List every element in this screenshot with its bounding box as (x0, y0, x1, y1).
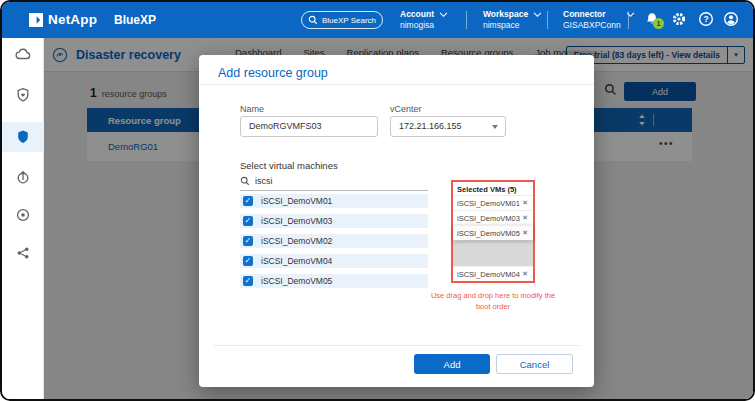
workspace-menu[interactable]: Workspacenimspace (483, 9, 542, 30)
topbar-divider (466, 11, 467, 29)
vm-option-row[interactable]: iSCSI_DemoVM03 (240, 214, 428, 228)
add-resource-group-dialog: Add resource group Name DemoRGVMFS03 vCe… (199, 55, 594, 387)
search-icon (240, 176, 250, 186)
remove-vm-icon[interactable] (522, 199, 528, 207)
notification-count-badge: 1 (653, 18, 664, 29)
selected-vm-name: iSCSI_DemoVM03 (457, 214, 520, 223)
selected-vm-row[interactable]: iSCSI_DemoVM04 (453, 266, 533, 281)
cloud-icon[interactable] (15, 47, 31, 63)
topbar-divider (628, 11, 629, 29)
help-icon[interactable]: ? (698, 11, 714, 27)
left-sidebar (2, 38, 44, 399)
topbar-divider (547, 11, 548, 29)
connector-menu[interactable]: ConnectorGISABXPConn (563, 9, 635, 30)
selected-vms-list: iSCSI_DemoVM01 iSCSI_DemoVM03 iSCSI_Demo… (453, 195, 533, 281)
checkbox-checked-icon[interactable] (243, 276, 253, 286)
vm-option-name: iSCSI_DemoVM03 (261, 216, 332, 226)
chevron-down-icon (439, 12, 448, 18)
vcenter-label: vCenter (390, 104, 422, 114)
vcenter-select[interactable]: 172.21.166.155 (390, 116, 506, 137)
vm-option-name: iSCSI_DemoVM02 (261, 236, 332, 246)
remove-vm-icon[interactable] (522, 229, 528, 237)
netapp-logo-icon (29, 13, 43, 27)
account-label: Account (400, 9, 434, 20)
protection-shield-icon[interactable] (15, 129, 31, 145)
account-menu[interactable]: Accountnimogisa (400, 9, 448, 30)
search-icon (308, 15, 318, 25)
vm-option-name: iSCSI_DemoVM05 (261, 276, 332, 286)
selected-vm-row[interactable]: iSCSI_DemoVM01 (453, 195, 533, 210)
boot-order-hint: Use drag and drop here to modify the boo… (429, 291, 557, 312)
dialog-add-button[interactable]: Add (414, 354, 490, 374)
vcenter-value: 172.21.166.155 (399, 121, 462, 131)
svg-text:?: ? (703, 14, 708, 24)
selected-vm-row[interactable]: iSCSI_DemoVM03 (453, 210, 533, 225)
share-network-icon[interactable] (15, 245, 31, 261)
checkbox-checked-icon[interactable] (243, 236, 253, 246)
account-value: nimogisa (400, 20, 434, 31)
user-account-icon[interactable] (723, 11, 739, 27)
vm-search-value: iscsi (255, 176, 273, 186)
dialog-cancel-button[interactable]: Cancel (496, 354, 573, 374)
dialog-title: Add resource group (218, 66, 328, 80)
chevron-down-icon (626, 12, 635, 18)
target-icon[interactable] (15, 207, 31, 223)
connector-label: Connector (563, 9, 621, 20)
name-label: Name (240, 104, 264, 114)
checkbox-checked-icon[interactable] (243, 256, 253, 266)
name-field[interactable]: DemoRGVMFS03 (240, 116, 378, 137)
bluexp-search-button[interactable]: BlueXP Search (301, 11, 383, 29)
chevron-down-icon (492, 125, 498, 129)
settings-gear-icon[interactable] (671, 11, 687, 27)
connector-value: GISABXPConn (563, 20, 621, 31)
vm-option-name: iSCSI_DemoVM04 (261, 256, 332, 266)
shield-heart-icon[interactable] (15, 87, 31, 103)
selected-vm-name: iSCSI_DemoVM04 (457, 270, 520, 279)
vm-option-list: iSCSI_DemoVM01 iSCSI_DemoVM03 iSCSI_Demo… (240, 194, 428, 294)
top-navigation-bar: NetApp BlueXP BlueXP Search Accountnimog… (2, 2, 753, 38)
product-name: BlueXP (114, 13, 156, 27)
workspace-value: nimspace (483, 20, 528, 31)
remove-vm-icon[interactable] (522, 270, 528, 278)
remove-vm-icon[interactable] (522, 214, 528, 222)
footer-divider (214, 345, 579, 346)
checkbox-checked-icon[interactable] (243, 196, 253, 206)
vm-search-input[interactable]: iscsi (240, 176, 428, 191)
selected-vm-name: iSCSI_DemoVM01 (457, 199, 520, 208)
vm-option-row[interactable]: iSCSI_DemoVM05 (240, 274, 428, 288)
selected-vms-panel: Selected VMs (5) iSCSI_DemoVM01 iSCSI_De… (451, 180, 535, 283)
dialog-divider (199, 84, 594, 85)
vm-option-row[interactable]: iSCSI_DemoVM04 (240, 254, 428, 268)
selected-vm-name: iSCSI_DemoVM05 (457, 229, 520, 238)
checkbox-checked-icon[interactable] (243, 216, 253, 226)
restore-arrow-icon[interactable] (15, 169, 31, 185)
chevron-down-icon (533, 12, 542, 18)
selected-vm-row[interactable]: iSCSI_DemoVM05 (453, 225, 533, 240)
vm-option-name: iSCSI_DemoVM01 (261, 196, 332, 206)
workspace-label: Workspace (483, 9, 528, 20)
vm-option-row[interactable]: iSCSI_DemoVM01 (240, 194, 428, 208)
search-label: BlueXP Search (322, 16, 376, 25)
vm-option-row[interactable]: iSCSI_DemoVM02 (240, 234, 428, 248)
select-vms-label: Select virtual machines (240, 160, 338, 171)
selected-vms-title: Selected VMs (5) (453, 182, 533, 195)
selected-vm-row[interactable] (453, 240, 533, 266)
app-window: NetApp BlueXP BlueXP Search Accountnimog… (0, 0, 755, 401)
brand-name: NetApp (48, 12, 97, 27)
